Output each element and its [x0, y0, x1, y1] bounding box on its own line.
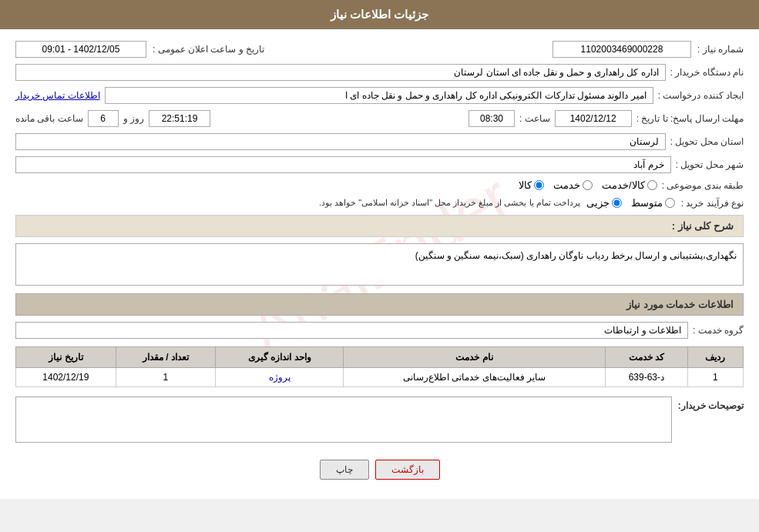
cell-qty: 1 — [116, 368, 216, 387]
buyer-name-label: نام دستگاه خریدار : — [670, 67, 744, 78]
cell-row: 1 — [687, 368, 743, 387]
buyer-name-value: اداره کل راهداری و حمل و نقل جاده ای است… — [15, 64, 666, 81]
buttons-row: بازگشت چاپ — [15, 452, 744, 487]
announcement-date: 1402/12/05 - 09:01 — [15, 41, 146, 58]
province-row: استان محل تحویل : لرستان — [15, 133, 744, 150]
category-service-label: خدمت — [553, 179, 580, 191]
service-group-label: گروه خدمت : — [693, 325, 744, 336]
description-section-label: شرح کلی نیاز : — [672, 220, 734, 232]
creator-row: ایجاد کننده درخواست : امیر دالوند مسئول … — [15, 87, 744, 104]
page-title: جزئیات اطلاعات نیاز — [331, 8, 428, 21]
announcement-label: تاریخ و ساعت اعلان عمومی : — [153, 44, 264, 55]
header-info-row: شماره نیاز : 1102003469000228 تاریخ و سا… — [15, 41, 744, 58]
deadline-time-label: ساعت : — [519, 113, 550, 124]
category-goods-radio[interactable] — [534, 180, 544, 190]
cell-unit: پروژه — [216, 368, 344, 387]
services-section-label: اطلاعات خدمات مورد نیاز — [626, 299, 734, 310]
category-row: طبقه بندی موضوعی : کالا/خدمت خدمت کالا — [15, 179, 744, 191]
process-partial-item: جزیی — [586, 197, 622, 209]
back-button[interactable]: بازگشت — [375, 460, 440, 480]
services-section-header: اطلاعات خدمات مورد نیاز — [15, 293, 744, 316]
city-label: شهر محل تحویل : — [676, 159, 744, 170]
service-group-value: اطلاعات و ارتباطات — [15, 322, 688, 339]
remaining-days: 6 — [88, 110, 119, 127]
category-service-item: خدمت — [553, 179, 593, 191]
category-goods-item: کالا — [519, 179, 544, 191]
contact-link[interactable]: اطلاعات تماس خریدار — [15, 90, 100, 101]
process-type-note: پرداخت تمام یا بخشی از مبلغ خریداز محل "… — [319, 198, 580, 208]
process-type-label: نوع فرآیند خرید : — [681, 198, 744, 209]
col-date: تاریخ نیاز — [16, 347, 116, 368]
description-section-header: شرح کلی نیاز : — [15, 215, 744, 237]
process-type-radio-group: متوسط جزیی — [586, 197, 675, 209]
need-number-label: شماره نیاز : — [697, 44, 744, 55]
process-medium-radio[interactable] — [665, 198, 675, 208]
category-service-radio[interactable] — [583, 180, 593, 190]
services-table: ردیف کد خدمت نام خدمت واحد اندازه گیری ت… — [15, 346, 744, 387]
creator-value: امیر دالوند مسئول تدارکات الکترونیکی ادا… — [105, 87, 653, 104]
col-qty: تعداد / مقدار — [116, 347, 216, 368]
need-number-value: 1102003469000228 — [552, 41, 691, 58]
process-medium-label: متوسط — [631, 197, 663, 209]
page-header: جزئیات اطلاعات نیاز — [0, 0, 759, 29]
process-partial-radio[interactable] — [612, 198, 622, 208]
category-radio-group: کالا/خدمت خدمت کالا — [519, 179, 657, 191]
category-goods-label: کالا — [519, 179, 532, 191]
remaining-time: 22:51:19 — [149, 110, 210, 127]
description-value: نگهداری،پشتیبانی و ارسال برخط ردیاب ناوگ… — [15, 243, 744, 286]
buyer-notes-label: توصیحات خریدار: — [678, 396, 744, 411]
col-name: نام خدمت — [344, 347, 606, 368]
city-row: شهر محل تحویل : خرم آباد — [15, 156, 744, 173]
cell-date: 1402/12/19 — [16, 368, 116, 387]
remaining-days-label: روز و — [123, 113, 144, 124]
city-value: خرم آباد — [15, 156, 671, 173]
process-partial-label: جزیی — [586, 197, 610, 209]
col-unit: واحد اندازه گیری — [216, 347, 344, 368]
creator-label: ایجاد کننده درخواست : — [658, 90, 744, 101]
process-type-row: نوع فرآیند خرید : متوسط جزیی پرداخت تمام… — [15, 197, 744, 209]
province-value: لرستان — [15, 133, 666, 150]
buyer-name-row: نام دستگاه خریدار : اداره کل راهداری و ح… — [15, 64, 744, 81]
table-header-row: ردیف کد خدمت نام خدمت واحد اندازه گیری ت… — [16, 347, 744, 368]
service-group-row: گروه خدمت : اطلاعات و ارتباطات — [15, 322, 744, 339]
process-medium-item: متوسط — [631, 197, 675, 209]
category-goods-service-label: کالا/خدمت — [602, 179, 645, 191]
cell-code: د-63-639 — [606, 368, 688, 387]
deadline-time: 08:30 — [468, 110, 515, 127]
buyer-notes-section: توصیحات خریدار: — [15, 396, 744, 443]
deadline-date: 1402/12/12 — [555, 110, 632, 127]
deadline-label: مهلت ارسال پاسخ: تا تاریخ : — [636, 113, 744, 124]
remaining-time-label: ساعت باقی مانده — [15, 113, 83, 124]
category-goods-service-radio[interactable] — [647, 180, 657, 190]
buyer-notes-box — [15, 396, 672, 443]
province-label: استان محل تحویل : — [670, 136, 744, 147]
category-label: طبقه بندی موضوعی : — [662, 180, 744, 191]
deadline-row: مهلت ارسال پاسخ: تا تاریخ : 1402/12/12 س… — [15, 110, 744, 127]
cell-name: سایر فعالیت‌های خدماتی اطلاع‌رسانی — [344, 368, 606, 387]
col-row: ردیف — [687, 347, 743, 368]
table-row: 1د-63-639سایر فعالیت‌های خدماتی اطلاع‌رس… — [16, 368, 744, 387]
col-code: کد خدمت — [606, 347, 688, 368]
category-goods-service-item: کالا/خدمت — [602, 179, 657, 191]
print-button[interactable]: چاپ — [320, 460, 369, 480]
